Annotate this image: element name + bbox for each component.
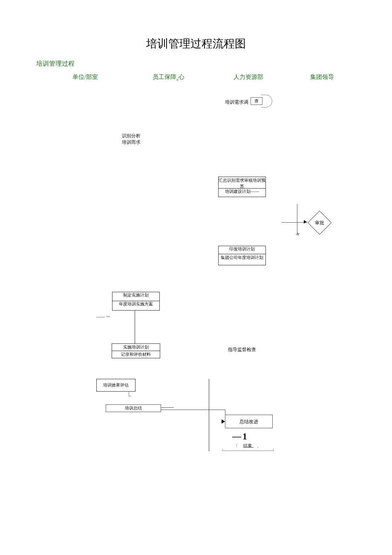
node-identify-line2: 培训而求 xyxy=(122,139,141,145)
node-summarize-bottom: 培训建设计划------- xyxy=(225,189,259,197)
arrow-right-icon xyxy=(304,220,307,224)
big-vertical-line xyxy=(209,379,209,451)
node-end: 〈 结束 、 xyxy=(233,443,261,449)
h-connector xyxy=(161,410,225,410)
dash-mark: —— 一 xyxy=(96,314,110,320)
improve-text: 总结改进 xyxy=(239,418,258,425)
issue-top: 印发培训计划 xyxy=(229,246,255,254)
end-paren-left: 〈 xyxy=(233,443,238,448)
tick-line-h xyxy=(129,396,131,396)
summarize-dashes: ------- xyxy=(251,189,259,194)
node-summarize: 汇总识别需求审核培训预算 培训建设计划------- xyxy=(218,177,266,197)
node-execute: 实施培训计划 记录和评价材料 xyxy=(112,344,160,358)
decision-vertical-line xyxy=(297,204,297,235)
column-header-leader: 集团领导 xyxy=(310,73,334,81)
node-improve: 总结改进 xyxy=(225,415,273,428)
decision-y-label: -Y xyxy=(296,232,300,236)
node-evaluation: 培训效果评估 xyxy=(96,379,135,392)
impl-bottom: 年度培训实施方案 xyxy=(119,301,153,310)
h-connector-short xyxy=(161,407,174,408)
arrow-right-icon xyxy=(222,419,225,424)
end-right-tick xyxy=(273,449,274,450)
node-training-summary: 培训总结 xyxy=(106,404,161,412)
issue-bottom: 集团公司年度培训计划 xyxy=(221,254,263,265)
exec-bottom: 记录和评价材料 xyxy=(112,351,160,358)
column-header-unit: 单位/部室 xyxy=(72,73,98,81)
summarize-bottom-text: 培训建设计划 xyxy=(225,189,251,194)
vertical-connector xyxy=(135,311,135,344)
section-label: 培训管理过程 xyxy=(36,60,75,68)
exec-top: 实施培训计划 xyxy=(112,343,160,351)
node-guidance: 指导监督检查 xyxy=(228,346,256,353)
node-issue-plan: 印发培训计划 集团公司年度培训计划 xyxy=(218,246,266,265)
end-paren-right: 、 xyxy=(257,443,261,448)
col2-part-b: 心 xyxy=(179,74,184,80)
node-decision: 审批 xyxy=(307,210,332,235)
decision-horizontal-line xyxy=(282,222,307,223)
node-implement-plan: 制定实施计划 年度培训实施方案 xyxy=(112,292,160,311)
col2-part-a: 员工保障 xyxy=(153,74,176,80)
column-header-hr: 人力资源部 xyxy=(233,73,263,81)
node-survey-arc xyxy=(261,95,272,108)
minus-one-label: — 1 xyxy=(232,431,247,442)
node-survey-label: 培训需求调 xyxy=(225,99,248,105)
end-left-tick xyxy=(222,449,222,450)
node-summarize-top: 汇总识别需求审核培训预算 xyxy=(219,177,265,188)
column-header-staff: 员工保障u心 xyxy=(153,73,184,81)
node-survey-box: 查 xyxy=(251,97,262,105)
page-title: 培训管理过程流程图 xyxy=(0,36,392,51)
end-bottom-border xyxy=(222,450,274,451)
node-identify-line1: 识别分析 xyxy=(122,133,141,139)
end-underline xyxy=(243,447,254,447)
impl-top: 制定实施计划 xyxy=(123,292,149,301)
decision-label: 审批 xyxy=(307,210,332,235)
